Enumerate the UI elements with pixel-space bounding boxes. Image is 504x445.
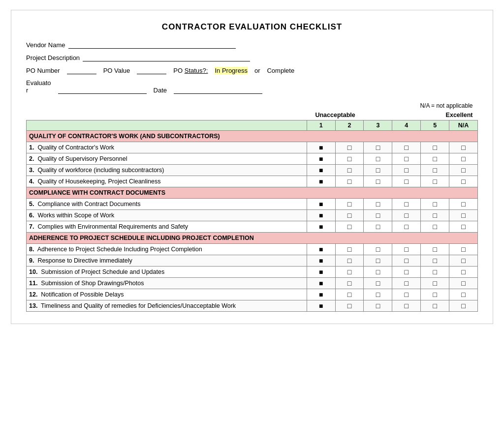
score-cell-compliance-0-col5[interactable]: □ <box>421 199 449 210</box>
score-cell-compliance-2-col2[interactable]: □ <box>335 221 364 233</box>
evaluator-input[interactable] <box>58 86 147 94</box>
checkbox-icon: □ <box>405 268 409 276</box>
score-cell-adherence-2-col3[interactable]: □ <box>364 267 392 278</box>
score-cell-adherence-3-col4[interactable]: □ <box>392 278 421 289</box>
score-cell-adherence-4-col2[interactable]: □ <box>335 289 364 300</box>
score-cell-quality-3-col3[interactable]: □ <box>364 176 392 187</box>
table-row: 8. Adherence to Project Schedule Includi… <box>27 244 478 255</box>
score-cell-compliance-1-col2[interactable]: □ <box>335 210 364 221</box>
score-cell-adherence-0-col2[interactable]: □ <box>335 244 364 255</box>
po-number-input[interactable] <box>67 66 96 74</box>
score-cell-adherence-0-col1[interactable]: ■ <box>307 244 335 255</box>
score-cell-compliance-0-col1[interactable]: ■ <box>307 199 335 210</box>
score-cell-adherence-1-col4[interactable]: □ <box>392 255 421 267</box>
po-value-input[interactable] <box>137 66 166 74</box>
score-cell-quality-1-col4[interactable]: □ <box>392 153 421 165</box>
score-cell-adherence-5-col4[interactable]: □ <box>392 300 421 312</box>
score-cell-adherence-5-col5[interactable]: □ <box>421 300 449 312</box>
score-cell-quality-3-col2[interactable]: □ <box>335 176 364 187</box>
score-cell-adherence-4-col6[interactable]: □ <box>449 289 478 300</box>
score-cell-quality-1-col5[interactable]: □ <box>421 153 449 165</box>
score-cell-adherence-5-col6[interactable]: □ <box>449 300 478 312</box>
score-cell-adherence-2-col4[interactable]: □ <box>392 267 421 278</box>
score-cell-quality-2-col2[interactable]: □ <box>335 165 364 176</box>
score-cell-quality-0-col5[interactable]: □ <box>421 142 449 153</box>
score-cell-quality-2-col3[interactable]: □ <box>364 165 392 176</box>
score-cell-compliance-1-col6[interactable]: □ <box>449 210 478 221</box>
checkbox-icon: □ <box>433 211 437 219</box>
score-cell-adherence-1-col1[interactable]: ■ <box>307 255 335 267</box>
score-cell-adherence-3-col1[interactable]: ■ <box>307 278 335 289</box>
project-desc-label: Project Description <box>26 54 80 61</box>
score-cell-quality-3-col1[interactable]: ■ <box>307 176 335 187</box>
score-cell-quality-3-col6[interactable]: □ <box>449 176 478 187</box>
score-cell-compliance-0-col3[interactable]: □ <box>364 199 392 210</box>
score-cell-adherence-0-col5[interactable]: □ <box>421 244 449 255</box>
checkbox-icon: □ <box>347 291 351 298</box>
checkbox-icon: □ <box>405 200 409 208</box>
score-cell-adherence-4-col4[interactable]: □ <box>392 289 421 300</box>
score-cell-quality-2-col1[interactable]: ■ <box>307 165 335 176</box>
score-cell-adherence-3-col2[interactable]: □ <box>335 278 364 289</box>
score-cell-adherence-2-col2[interactable]: □ <box>335 267 364 278</box>
score-cell-quality-2-col5[interactable]: □ <box>421 165 449 176</box>
score-cell-adherence-2-col5[interactable]: □ <box>421 267 449 278</box>
checkbox-icon: □ <box>376 200 380 208</box>
score-cell-adherence-1-col2[interactable]: □ <box>335 255 364 267</box>
checkbox-icon: □ <box>376 223 380 231</box>
score-cell-adherence-2-col1[interactable]: ■ <box>307 267 335 278</box>
vendor-name-input[interactable] <box>68 41 236 49</box>
score-cell-adherence-4-col1[interactable]: ■ <box>307 289 335 300</box>
checkbox-icon: □ <box>461 211 465 219</box>
score-cell-compliance-1-col1[interactable]: ■ <box>307 210 335 221</box>
po-status-label: PO Status?: <box>173 67 208 74</box>
checkbox-icon: □ <box>405 211 409 219</box>
score-cell-compliance-0-col6[interactable]: □ <box>449 199 478 210</box>
score-cell-adherence-4-col5[interactable]: □ <box>421 289 449 300</box>
score-cell-compliance-2-col6[interactable]: □ <box>449 221 478 233</box>
score-cell-compliance-1-col5[interactable]: □ <box>421 210 449 221</box>
score-cell-compliance-2-col1[interactable]: ■ <box>307 221 335 233</box>
score-cell-compliance-0-col4[interactable]: □ <box>392 199 421 210</box>
score-cell-adherence-5-col3[interactable]: □ <box>364 300 392 312</box>
score-cell-adherence-0-col6[interactable]: □ <box>449 244 478 255</box>
score-cell-quality-0-col3[interactable]: □ <box>364 142 392 153</box>
evaluator-label: Evaluator <box>26 79 51 94</box>
score-cell-quality-3-col4[interactable]: □ <box>392 176 421 187</box>
score-cell-adherence-3-col3[interactable]: □ <box>364 278 392 289</box>
score-cell-quality-1-col3[interactable]: □ <box>364 153 392 165</box>
project-desc-input[interactable] <box>83 54 250 61</box>
score-cell-quality-1-col1[interactable]: ■ <box>307 153 335 165</box>
checkbox-icon: □ <box>405 279 409 287</box>
score-cell-quality-0-col4[interactable]: □ <box>392 142 421 153</box>
score-cell-adherence-3-col5[interactable]: □ <box>421 278 449 289</box>
score-cell-compliance-1-col4[interactable]: □ <box>392 210 421 221</box>
page-container: CONTRACTOR EVALUATION CHECKLIST Vendor N… <box>11 10 493 324</box>
score-cell-quality-0-col2[interactable]: □ <box>335 142 364 153</box>
score-cell-compliance-1-col3[interactable]: □ <box>364 210 392 221</box>
score-cell-adherence-0-col4[interactable]: □ <box>392 244 421 255</box>
score-cell-adherence-4-col3[interactable]: □ <box>364 289 392 300</box>
score-cell-adherence-5-col1[interactable]: ■ <box>307 300 335 312</box>
table-row: 6. Works within Scope of Work■□□□□□ <box>27 210 478 221</box>
score-cell-quality-1-col2[interactable]: □ <box>335 153 364 165</box>
score-cell-quality-2-col6[interactable]: □ <box>449 165 478 176</box>
score-cell-adherence-2-col6[interactable]: □ <box>449 267 478 278</box>
score-cell-compliance-2-col3[interactable]: □ <box>364 221 392 233</box>
score-cell-adherence-3-col6[interactable]: □ <box>449 278 478 289</box>
date-input[interactable] <box>174 86 262 94</box>
score-cell-adherence-1-col6[interactable]: □ <box>449 255 478 267</box>
score-cell-quality-1-col6[interactable]: □ <box>449 153 478 165</box>
score-cell-compliance-2-col5[interactable]: □ <box>421 221 449 233</box>
score-cell-quality-0-col1[interactable]: ■ <box>307 142 335 153</box>
score-cell-compliance-2-col4[interactable]: □ <box>392 221 421 233</box>
score-cell-adherence-1-col5[interactable]: □ <box>421 255 449 267</box>
score-cell-adherence-1-col3[interactable]: □ <box>364 255 392 267</box>
score-cell-quality-2-col4[interactable]: □ <box>392 165 421 176</box>
score-cell-adherence-5-col2[interactable]: □ <box>335 300 364 312</box>
score-cell-compliance-0-col2[interactable]: □ <box>335 199 364 210</box>
col-1: 1 <box>307 120 335 131</box>
score-cell-quality-3-col5[interactable]: □ <box>421 176 449 187</box>
score-cell-adherence-0-col3[interactable]: □ <box>364 244 392 255</box>
score-cell-quality-0-col6[interactable]: □ <box>449 142 478 153</box>
